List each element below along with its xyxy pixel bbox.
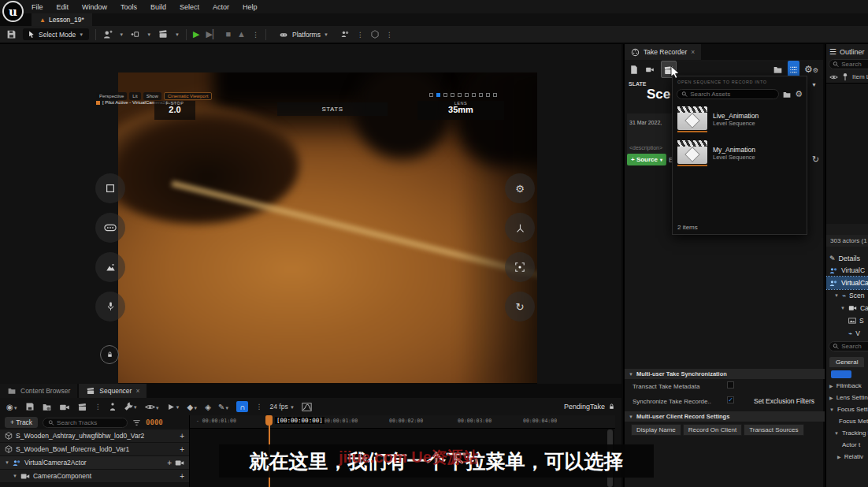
menu-edit[interactable]: Edit (57, 3, 69, 11)
menu-select[interactable]: Select (180, 3, 199, 11)
lock-icon[interactable] (608, 403, 615, 411)
track-search-box[interactable] (43, 418, 128, 428)
wrench-icon[interactable]: ▼ (124, 402, 138, 411)
details-tree-vcam[interactable]: ⌁V (826, 327, 868, 340)
filter-icon[interactable] (132, 415, 141, 429)
details-selected-row[interactable]: VirtualCa (826, 277, 868, 289)
close-icon[interactable]: × (135, 387, 139, 395)
item-label-column[interactable]: Item L (852, 73, 868, 80)
play-button[interactable]: ▶ (193, 29, 199, 39)
details-actor-row[interactable]: VirtualC (826, 264, 868, 277)
save-icon[interactable] (6, 29, 17, 39)
track-search-input[interactable] (57, 419, 122, 426)
stop-button[interactable]: ■ (225, 30, 231, 39)
camera-icon[interactable] (59, 402, 70, 411)
outliner-tree-area[interactable] (826, 84, 868, 224)
package-kebab[interactable]: ⋮ (386, 31, 393, 39)
step-button[interactable]: ▶▏ (206, 30, 220, 39)
row-relative-offset[interactable]: ▶Relativ (826, 451, 868, 463)
browse-folder-icon[interactable] (773, 62, 783, 76)
character-icon[interactable] (109, 402, 117, 411)
vcam-settings-button[interactable]: ⚙ (505, 173, 535, 203)
pin-icon[interactable] (842, 72, 848, 81)
set-exclusion-filters-link[interactable]: Set Exclusion Filters (754, 397, 814, 405)
menu-actor[interactable]: Actor (213, 3, 229, 11)
section-lens-settings[interactable]: ▶Lens Settings (826, 392, 868, 403)
edit-pen-icon[interactable]: ✎▼ (218, 403, 229, 411)
table-row[interactable]: S_Wooden_Ashtray_uhwgfibhw_lod0_Var2+ (0, 429, 189, 443)
blueprints-caret[interactable]: ▼ (147, 32, 151, 37)
list-item[interactable]: My_Animation Level Sequence (673, 136, 807, 170)
lit-chip[interactable]: Lit (129, 92, 140, 100)
expand-arrow-icon[interactable]: ▼ (5, 460, 9, 465)
outliner-search-box[interactable] (829, 59, 868, 69)
dropdown-settings-icon[interactable]: ⚙ (795, 89, 803, 99)
level-tab[interactable]: ▲ Lesson_19* (32, 13, 92, 26)
auto-key-icon[interactable]: ◈ (205, 403, 211, 411)
viewport[interactable]: Perspective Lit Show Cinematic Viewport … (0, 44, 621, 384)
snap-toggle-button[interactable]: ∩ (236, 401, 248, 412)
content-browser-tab[interactable]: Content Browser (0, 384, 77, 398)
vcam-frame-button[interactable] (95, 173, 125, 203)
expand-arrow-icon[interactable]: ▼ (13, 474, 17, 478)
take-description[interactable]: <description> (629, 145, 662, 151)
close-icon[interactable]: × (691, 48, 695, 56)
save-sequence-icon[interactable] (25, 402, 35, 411)
package-icon[interactable] (370, 30, 380, 39)
add-section-icon[interactable]: + (180, 432, 184, 441)
vcam-flip-camera-button[interactable]: ↻ (505, 292, 535, 322)
combo-caret-icon[interactable]: ▼ (811, 82, 817, 87)
menu-help[interactable]: Help (243, 3, 258, 11)
new-take-icon[interactable] (629, 62, 639, 76)
add-actor-caret[interactable]: ▼ (119, 32, 124, 37)
outliner-search-input[interactable] (841, 61, 868, 68)
perspective-chip[interactable]: Perspective (96, 92, 127, 100)
asset-search-input[interactable] (690, 91, 774, 98)
keyframe-options-icon[interactable]: ◆▼ (187, 403, 198, 411)
details-header[interactable]: ✎ Details (826, 251, 868, 264)
table-row[interactable]: S_Wooden_Bowl_tforecrra_lod0_Var1+ (0, 443, 189, 456)
details-general-tab[interactable]: General (829, 357, 864, 367)
playback-options-icon[interactable]: ▼ (167, 402, 180, 411)
multiuser-kebab[interactable]: ⋮ (357, 31, 364, 39)
details-tree-sceneroot[interactable]: ▼⌁Scen (826, 289, 868, 302)
select-mode-button[interactable]: Select Mode ▼ (23, 28, 89, 40)
add-track-button[interactable]: + Track (5, 417, 38, 428)
row-focus-method[interactable]: Focus Met (826, 415, 868, 427)
add-actor-icon[interactable] (102, 29, 113, 39)
multiuser-icon[interactable] (340, 30, 351, 39)
add-section-icon[interactable]: + (180, 472, 184, 481)
unreal-logo[interactable]: u (2, 1, 24, 22)
stats-overlay[interactable]: STATS (277, 102, 388, 116)
timeline-ruler[interactable]: - 00:00:01:00 00:00:01:00 00:00:02:00 00… (190, 415, 615, 429)
section-filmback[interactable]: ▶Filmback (826, 380, 868, 392)
details-search-input[interactable] (841, 343, 868, 350)
snap-kebab[interactable]: ⋮ (255, 403, 262, 411)
vcam-mic-button[interactable] (95, 292, 125, 322)
table-row[interactable]: ▼ CameraComponent+ (0, 470, 189, 483)
asset-search-box[interactable] (677, 89, 779, 99)
vcam-focus-button[interactable] (505, 252, 535, 282)
vcam-lock-button[interactable] (100, 345, 119, 364)
fps-dropdown[interactable]: 24 fps ▼ (269, 403, 294, 411)
slate-value[interactable]: Sce (647, 87, 673, 102)
column-display-name[interactable]: Display Name (631, 424, 681, 436)
blueprints-icon[interactable] (130, 30, 140, 39)
cinematics-icon[interactable] (158, 30, 169, 39)
render-movie-icon[interactable] (77, 402, 87, 411)
browse-sequence-icon[interactable] (42, 402, 52, 411)
vcam-snapshot-button[interactable] (95, 252, 125, 282)
details-blue-badge[interactable] (831, 370, 851, 378)
table-row[interactable]: ▼ VirtualCamera2Actor + (0, 456, 189, 470)
view-options-eye-icon[interactable]: ▼ (145, 403, 160, 411)
menu-window[interactable]: Window (82, 3, 107, 11)
menu-tools[interactable]: Tools (121, 3, 137, 11)
synchronize-checkbox[interactable]: ✓ (727, 396, 734, 403)
details-tree-camera[interactable]: ▼ Car (826, 302, 868, 314)
column-transact-sources[interactable]: Transact Sources (744, 424, 803, 436)
settings-gears-icon[interactable]: ⚙⚙ (804, 64, 818, 75)
world-icon[interactable]: ◉▼ (6, 403, 18, 411)
dropdown-folder-icon[interactable] (782, 87, 792, 101)
section-tracking-focus[interactable]: ▼Tracking F (826, 427, 868, 439)
eject-button[interactable]: ▲ (237, 30, 246, 39)
